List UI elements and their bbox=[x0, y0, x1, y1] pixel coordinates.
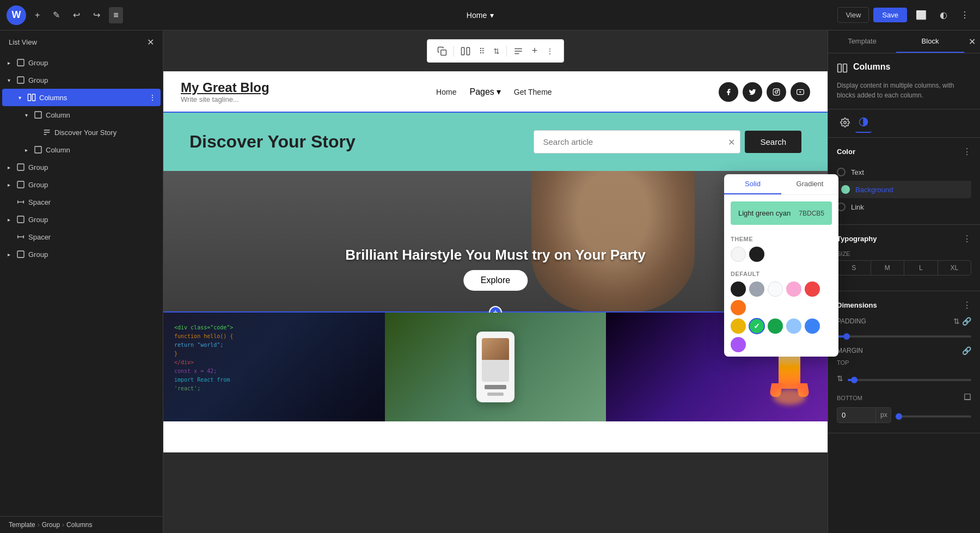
tree-item-group3[interactable]: ▸ Group bbox=[0, 158, 163, 176]
youtube-icon[interactable] bbox=[791, 82, 810, 102]
color-more-button[interactable]: ⋮ bbox=[963, 146, 971, 157]
preview-button[interactable]: ⬜ bbox=[911, 7, 931, 23]
close-list-view-button[interactable]: ✕ bbox=[147, 37, 154, 47]
nav-home[interactable]: Home bbox=[436, 88, 456, 96]
color-swatch-white[interactable] bbox=[731, 247, 746, 262]
instagram-icon[interactable] bbox=[767, 82, 786, 102]
color-tab-gradient[interactable]: Gradient bbox=[781, 174, 828, 194]
block-more-options-button[interactable]: ⋮ bbox=[543, 45, 557, 58]
move-up-down-button[interactable]: ⇅ bbox=[490, 45, 503, 58]
breadcrumb-group[interactable]: Group bbox=[42, 521, 60, 529]
search-input[interactable] bbox=[534, 130, 740, 154]
columns-layout-button[interactable] bbox=[457, 44, 474, 58]
margin-link-button[interactable]: 🔗 bbox=[962, 346, 971, 355]
drag-handle[interactable]: ⠿ bbox=[476, 45, 488, 58]
search-section: Discover Your Story ✕ Search bbox=[163, 113, 828, 171]
bottom-row: BOTTOM bbox=[837, 393, 971, 402]
swatch-black[interactable] bbox=[731, 281, 746, 297]
margin-bottom-icon-button[interactable] bbox=[964, 393, 971, 402]
swatch-green[interactable] bbox=[768, 318, 783, 334]
tree-item-group1[interactable]: ▸ Group bbox=[0, 54, 163, 71]
add-block-button[interactable]: + bbox=[30, 7, 44, 23]
padding-sliders-button[interactable]: ⇅ bbox=[953, 317, 960, 326]
add-block-after-hero-button[interactable]: + bbox=[489, 306, 502, 313]
breadcrumb-columns[interactable]: Columns bbox=[66, 521, 92, 529]
page-select-button[interactable]: Home ▾ bbox=[460, 8, 500, 23]
tree-item-spacer2[interactable]: Spacer bbox=[0, 228, 163, 246]
color-swatch-black[interactable] bbox=[749, 247, 764, 262]
swatch-blue[interactable] bbox=[805, 318, 820, 334]
duplicate-button[interactable] bbox=[434, 44, 450, 58]
typography-more-button[interactable]: ⋮ bbox=[963, 234, 971, 244]
twitter-icon[interactable] bbox=[743, 82, 762, 102]
margin-top-sliders-button[interactable]: ⇅ bbox=[837, 374, 843, 383]
tree-item-group5[interactable]: ▸ Group bbox=[0, 211, 163, 228]
search-clear-icon[interactable]: ✕ bbox=[728, 137, 735, 147]
redo-button[interactable]: ↪ bbox=[89, 7, 105, 23]
margin-bottom-slider[interactable] bbox=[896, 415, 971, 418]
color-tab-solid[interactable]: Solid bbox=[724, 174, 781, 194]
svg-rect-5 bbox=[35, 146, 41, 153]
search-button[interactable]: Search bbox=[745, 131, 801, 153]
list-view-button[interactable]: ≡ bbox=[109, 7, 122, 23]
more-options-button[interactable]: ⋮ bbox=[956, 7, 973, 23]
swatch-red[interactable] bbox=[805, 281, 820, 297]
size-btn-s[interactable]: S bbox=[837, 261, 871, 275]
padding-link-button[interactable]: 🔗 bbox=[962, 317, 971, 326]
margin-icons: 🔗 bbox=[962, 346, 971, 355]
padding-slider[interactable] bbox=[837, 335, 971, 338]
facebook-icon[interactable] bbox=[719, 82, 738, 102]
swatch-pink[interactable] bbox=[786, 281, 801, 297]
tree-item-spacer1[interactable]: Spacer bbox=[0, 193, 163, 211]
add-block-inline-button[interactable]: + bbox=[529, 43, 541, 59]
block-options-button[interactable]: ⋮ bbox=[149, 93, 156, 102]
panel-tabs-row bbox=[828, 109, 980, 138]
tree-item-label: Discover Your Story bbox=[54, 128, 158, 137]
theme-toggle-button[interactable]: ◐ bbox=[935, 7, 952, 23]
nav-pages[interactable]: Pages ▾ bbox=[469, 87, 500, 97]
margin-bottom-input[interactable] bbox=[837, 408, 875, 422]
tree-item-group2[interactable]: ▾ Group bbox=[0, 71, 163, 89]
dimensions-more-button[interactable]: ⋮ bbox=[963, 300, 971, 310]
align-button[interactable] bbox=[510, 44, 526, 58]
swatch-green-check[interactable] bbox=[749, 318, 764, 334]
block-description: Display content in multiple columns, wit… bbox=[837, 81, 971, 100]
left-panel: List View ✕ ▸ Group ▾ Group bbox=[0, 30, 163, 533]
tree-item-column2[interactable]: ▸ Column bbox=[0, 141, 163, 158]
tab-template[interactable]: Template bbox=[828, 30, 896, 53]
tree-item-group4[interactable]: ▸ Group bbox=[0, 176, 163, 193]
tree-item-discover[interactable]: Discover Your Story bbox=[0, 124, 163, 141]
swatch-yellow[interactable] bbox=[731, 318, 746, 334]
breadcrumb-template[interactable]: Template bbox=[9, 521, 35, 529]
tree-item-group6[interactable]: ▸ Group bbox=[0, 246, 163, 263]
close-panel-button[interactable]: ✕ bbox=[964, 32, 980, 51]
swatch-light-blue[interactable] bbox=[786, 318, 801, 334]
color-item-text[interactable]: Text bbox=[837, 163, 971, 181]
size-btn-xl[interactable]: XL bbox=[938, 261, 971, 275]
tree-item-column1[interactable]: ▾ Column bbox=[0, 106, 163, 124]
explore-button[interactable]: Explore bbox=[463, 270, 528, 291]
swatch-gray[interactable] bbox=[749, 281, 764, 297]
size-btn-m[interactable]: M bbox=[871, 261, 905, 275]
margin-top-slider[interactable] bbox=[848, 379, 971, 381]
tab-block[interactable]: Block bbox=[896, 30, 964, 53]
swatch-white[interactable] bbox=[768, 281, 783, 297]
size-btn-l[interactable]: L bbox=[904, 261, 938, 275]
padding-slider-container bbox=[837, 330, 971, 340]
block-settings-button[interactable] bbox=[837, 114, 853, 132]
svg-rect-1 bbox=[17, 77, 24, 83]
theme-colors-section: THEME bbox=[724, 231, 828, 266]
wp-logo[interactable]: W bbox=[7, 5, 26, 25]
swatch-orange[interactable] bbox=[731, 300, 746, 315]
undo-button[interactable]: ↩ bbox=[69, 7, 84, 23]
edit-button[interactable]: ✎ bbox=[48, 7, 64, 23]
view-button[interactable]: View bbox=[837, 7, 869, 23]
save-button[interactable]: Save bbox=[873, 8, 907, 22]
swatch-purple[interactable] bbox=[731, 337, 746, 352]
color-item-link[interactable]: Link bbox=[837, 198, 971, 216]
color-item-background[interactable]: Background bbox=[837, 181, 971, 198]
dimensions-section-header: Dimensions ⋮ bbox=[837, 300, 971, 310]
tree-item-columns[interactable]: ▾ Columns ⋮ bbox=[2, 89, 161, 106]
block-styles-button[interactable] bbox=[855, 114, 872, 133]
nav-get-theme[interactable]: Get Theme bbox=[514, 88, 552, 96]
